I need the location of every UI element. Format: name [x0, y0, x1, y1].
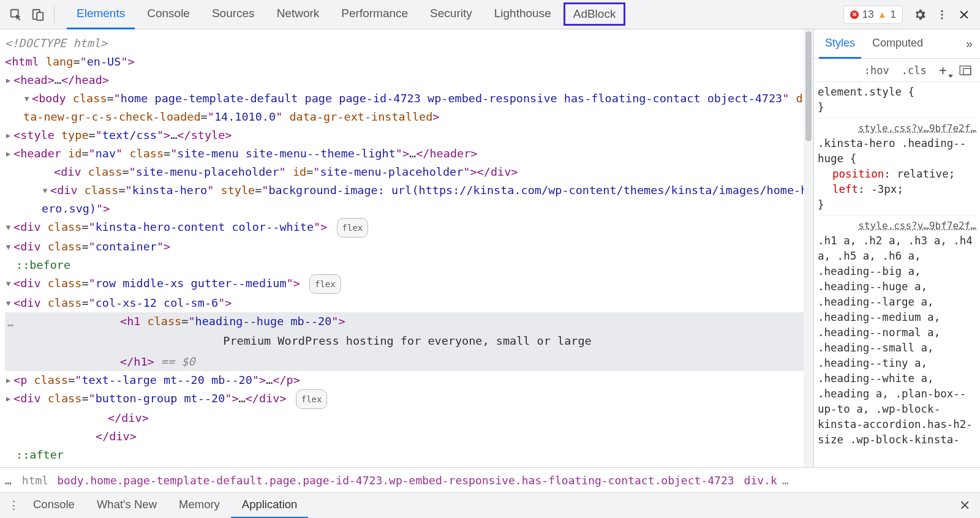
tab-console[interactable]: Console	[137, 0, 200, 29]
crumb-body[interactable]: body.home.page-template-default.page.pag…	[57, 474, 734, 487]
dom-node-p[interactable]: ▸<p class="text--large mt--20 mb--20">…<…	[5, 371, 810, 389]
flex-badge[interactable]: flex	[337, 218, 369, 238]
dom-node-h1-close[interactable]: </h1> == $0	[5, 353, 810, 371]
flex-badge[interactable]: flex	[296, 389, 328, 409]
styles-toolbar: :hov .cls +	[814, 59, 980, 82]
dom-tree-panel: <!DOCTYPE html> <html lang="en-US"> ▸<he…	[0, 29, 813, 467]
dom-node-button-group[interactable]: ▸<div class="button-group mt--20">…</div…	[5, 389, 810, 409]
source-link[interactable]: style.css?v…9bf7e2f…	[858, 121, 976, 136]
dom-node-header[interactable]: ▸<header id="nav" class="site-menu site-…	[5, 145, 810, 163]
device-toggle-icon[interactable]	[27, 4, 49, 26]
dom-node-head[interactable]: ▸<head>…</head>	[5, 71, 810, 89]
dom-node-style[interactable]: ▸<style type="text/css">…</style>	[5, 126, 810, 145]
tab-sources[interactable]: Sources	[202, 0, 265, 29]
issue-counts[interactable]: ✕ 13 ▲ 1	[843, 6, 903, 24]
dom-node-h1-text[interactable]: Premium WordPress hosting for everyone, …	[5, 331, 810, 353]
tab-adblock[interactable]: AdBlock	[564, 2, 626, 26]
dom-node-row[interactable]: ▾<div class="row middle-xs gutter--mediu…	[5, 274, 810, 294]
new-style-rule-icon[interactable]: +	[934, 61, 952, 79]
scrollbar[interactable]	[804, 29, 813, 467]
crumb-divk[interactable]: div.k	[744, 474, 777, 487]
cls-toggle[interactable]: .cls	[897, 63, 932, 78]
box-model-icon[interactable]	[954, 64, 976, 77]
crumb-more: …	[782, 474, 789, 487]
svg-rect-2	[37, 12, 43, 20]
kebab-menu-icon[interactable]	[931, 4, 953, 26]
tab-computed[interactable]: Computed	[866, 29, 929, 59]
tab-elements[interactable]: Elements	[67, 0, 135, 29]
dom-node-col-close[interactable]: </div>	[5, 409, 810, 427]
main-area: <!DOCTYPE html> <html lang="en-US"> ▸<he…	[0, 29, 980, 467]
svg-point-5	[941, 17, 943, 19]
tab-performance[interactable]: Performance	[331, 0, 418, 29]
inspect-element-icon[interactable]	[5, 4, 27, 26]
dom-node-container[interactable]: ▾<div class="container">	[5, 238, 810, 256]
svg-point-3	[941, 10, 943, 12]
drawer-kebab-icon[interactable]: ⋮	[5, 499, 22, 512]
svg-rect-6	[960, 66, 971, 74]
source-link[interactable]: style.css?v…9bf7e2f…	[858, 218, 976, 233]
dom-pseudo-after[interactable]: ::after	[5, 446, 810, 464]
svg-rect-7	[963, 68, 971, 74]
dom-node-h1-open[interactable]: <h1 class="heading--huge mb--20">	[5, 312, 810, 331]
styles-tabs: Styles Computed »	[814, 29, 980, 59]
drawer-tab-whatsnew[interactable]: What's New	[86, 493, 168, 519]
hov-toggle[interactable]: :hov	[859, 63, 894, 78]
error-icon: ✕	[850, 10, 859, 19]
tab-network[interactable]: Network	[267, 0, 330, 29]
tab-lighthouse[interactable]: Lighthouse	[484, 0, 561, 29]
drawer-close-icon[interactable]: ✕	[954, 495, 975, 516]
dom-selected-node[interactable]: ⋯ <h1 class="heading--huge mb--20"> Prem…	[5, 312, 810, 371]
warning-icon: ▲	[878, 9, 887, 20]
tab-styles[interactable]: Styles	[819, 29, 861, 59]
dom-pseudo-before[interactable]: ::before	[5, 256, 810, 274]
styles-panel: Styles Computed » :hov .cls + element.st…	[813, 29, 980, 467]
flex-badge[interactable]: flex	[309, 274, 341, 294]
rule-kinsta-hero[interactable]: style.css?v…9bf7e2f… .kinsta-hero .headi…	[818, 121, 976, 216]
gutter-dots-icon[interactable]: ⋯	[7, 316, 15, 334]
scrollbar-thumb[interactable]	[805, 31, 812, 141]
tab-security[interactable]: Security	[420, 0, 482, 29]
more-tabs-icon[interactable]: »	[963, 34, 975, 53]
dom-node-hero-content[interactable]: ▾<div class="kinsta-hero-content color--…	[5, 218, 810, 238]
close-devtools-icon[interactable]	[953, 4, 975, 26]
devtools-toolbar: Elements Console Sources Network Perform…	[0, 0, 980, 29]
dom-tree[interactable]: <!DOCTYPE html> <html lang="en-US"> ▸<he…	[0, 29, 813, 467]
dom-node-body[interactable]: ▾<body class="home page-template-default…	[5, 89, 810, 126]
dom-node-html[interactable]: <html lang="en-US">	[5, 53, 810, 71]
divider	[54, 6, 55, 23]
panel-tabs: Elements Console Sources Network Perform…	[59, 0, 625, 29]
styles-rules[interactable]: element.style { } style.css?v…9bf7e2f… .…	[814, 82, 980, 467]
drawer-tab-console[interactable]: Console	[22, 493, 86, 519]
error-count: 13	[862, 9, 874, 21]
dom-node-placeholder-div[interactable]: <div class="site-menu-placeholder" id="s…	[5, 163, 810, 181]
drawer-tab-application[interactable]: Application	[231, 493, 309, 519]
dom-node-row-close[interactable]: </div>	[5, 427, 810, 446]
dom-breadcrumb[interactable]: … html body.home.page-template-default.p…	[0, 467, 980, 492]
settings-gear-icon[interactable]	[909, 4, 931, 26]
svg-point-4	[941, 13, 943, 15]
warning-count: 1	[891, 9, 896, 21]
crumb-html[interactable]: html	[22, 474, 48, 487]
crumb-overflow-icon[interactable]: …	[5, 474, 12, 487]
dom-node-col[interactable]: ▾<div class="col-xs-12 col-sm-6">	[5, 294, 810, 312]
drawer: ⋮ Console What's New Memory Application …	[0, 492, 980, 518]
dom-node-doctype[interactable]: <!DOCTYPE html>	[5, 34, 810, 53]
rule-heading-links[interactable]: style.css?v…9bf7e2f… .h1 a, .h2 a, .h3 a…	[818, 218, 976, 450]
dom-node-hero-div[interactable]: ▾<div class="kinsta-hero" style="backgro…	[5, 181, 810, 218]
drawer-tab-memory[interactable]: Memory	[168, 493, 231, 519]
rule-element-style[interactable]: element.style { }	[818, 84, 976, 118]
